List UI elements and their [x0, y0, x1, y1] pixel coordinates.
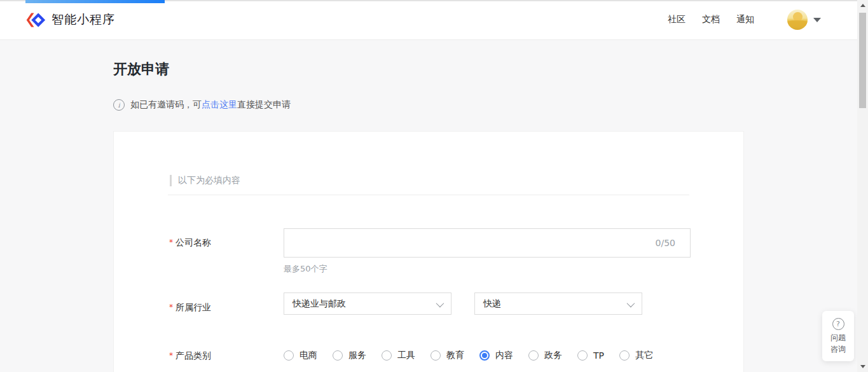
radio-option-TP[interactable]: TP	[577, 350, 604, 361]
notice-prefix: 如已有邀请码，可	[130, 99, 202, 111]
radio-unselected-icon[interactable]	[619, 350, 630, 361]
brand-title: 智能小程序	[52, 11, 115, 28]
click-here-link[interactable]: 点击这里	[202, 99, 237, 111]
help-line-2: 咨询	[830, 345, 846, 354]
industry-label: *所属行业	[169, 302, 211, 313]
section-divider	[168, 195, 689, 195]
required-section-header: 以下为必填内容	[170, 175, 240, 186]
radio-label: 服务	[348, 350, 366, 361]
radio-label: 电商	[300, 350, 317, 361]
nav-notifications[interactable]: 通知	[736, 14, 754, 25]
radio-option-工具[interactable]: 工具	[382, 350, 415, 361]
radio-label: 教育	[446, 350, 464, 361]
radio-label: 政务	[544, 350, 562, 361]
radio-unselected-icon[interactable]	[431, 350, 441, 361]
radio-option-教育[interactable]: 教育	[431, 350, 464, 361]
page-title: 开放申请	[113, 60, 169, 79]
company-name-label: *公司名称	[169, 237, 211, 249]
company-name-input[interactable]	[284, 228, 691, 258]
loading-progress-bar	[25, 0, 165, 3]
scrollbar-thumb[interactable]	[859, 13, 866, 108]
smart-miniprogram-logo-icon	[25, 11, 46, 29]
radio-option-电商[interactable]: 电商	[284, 350, 317, 361]
header: 智能小程序 社区 文档 通知	[0, 0, 857, 40]
chevron-down-icon	[436, 300, 444, 308]
vertical-scrollbar[interactable]	[857, 0, 868, 372]
invite-code-notice: i 如已有邀请码，可点击这里直接提交申请	[113, 99, 291, 111]
industry-secondary-select[interactable]: 快递	[474, 293, 642, 315]
question-mark-icon: ?	[832, 318, 844, 330]
radio-option-其它[interactable]: 其它	[619, 350, 653, 361]
radio-unselected-icon[interactable]	[528, 350, 539, 361]
nav-docs[interactable]: 文档	[702, 14, 720, 25]
radio-unselected-icon[interactable]	[577, 350, 588, 361]
company-name-hint: 最多50个字	[284, 263, 327, 275]
company-name-field: 0/50	[284, 228, 691, 258]
brand[interactable]: 智能小程序	[25, 0, 115, 39]
radio-unselected-icon[interactable]	[284, 350, 294, 361]
info-icon: i	[113, 99, 125, 111]
industry-primary-value: 快递业与邮政	[293, 298, 346, 310]
industry-primary-select[interactable]: 快递业与邮政	[284, 293, 451, 315]
radio-label: 工具	[397, 350, 415, 361]
help-line-1: 问题	[830, 333, 846, 343]
radio-unselected-icon[interactable]	[382, 350, 392, 361]
radio-label: 其它	[635, 350, 653, 361]
radio-unselected-icon[interactable]	[333, 350, 343, 361]
radio-option-政务[interactable]: 政务	[528, 350, 562, 361]
section-title: 以下为必填内容	[178, 175, 240, 186]
scroll-down-arrow-icon[interactable]	[857, 361, 868, 372]
avatar[interactable]	[787, 10, 808, 30]
scroll-up-arrow-icon[interactable]	[857, 0, 868, 11]
chevron-down-icon	[627, 300, 635, 308]
product-category-label: *产品类别	[169, 350, 211, 362]
chevron-down-icon[interactable]	[813, 18, 821, 22]
product-category-radios: 电商服务工具教育内容政务TP其它	[284, 350, 653, 361]
radio-label: TP	[593, 350, 604, 361]
required-mark: *	[169, 303, 173, 312]
help-consult-button[interactable]: ? 问题 咨询	[822, 311, 854, 361]
required-mark: *	[169, 238, 173, 247]
required-mark: *	[169, 351, 173, 360]
notice-suffix: 直接提交申请	[237, 99, 291, 111]
nav-community[interactable]: 社区	[668, 14, 685, 25]
application-form-card: 以下为必填内容 *公司名称 0/50 最多50个字 *所属行业 快递业与邮政 快…	[113, 131, 744, 372]
header-right: 社区 文档 通知	[651, 0, 821, 39]
section-accent-bar	[170, 175, 172, 186]
radio-option-内容[interactable]: 内容	[479, 350, 513, 361]
radio-selected-icon[interactable]	[479, 350, 490, 361]
industry-secondary-value: 快递	[483, 298, 501, 310]
radio-label: 内容	[495, 350, 513, 361]
radio-option-服务[interactable]: 服务	[333, 350, 366, 361]
